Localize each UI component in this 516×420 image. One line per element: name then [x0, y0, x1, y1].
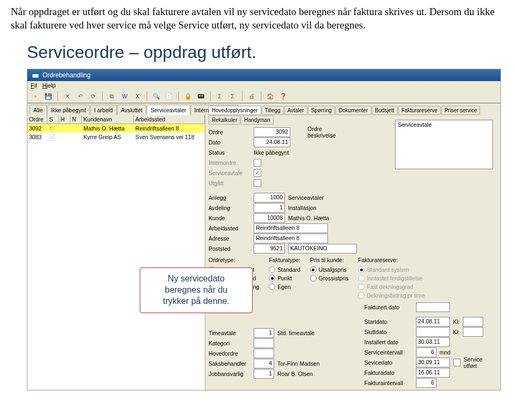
jobbansvarlig-field[interactable]: 1: [254, 369, 274, 379]
start-kl-field[interactable]: [463, 317, 483, 327]
col-h[interactable]: H: [59, 115, 70, 124]
beskr-label: Ordre beskrivelse: [307, 126, 340, 139]
dato-field[interactable]: 24.08.11: [254, 137, 290, 147]
folder-icon: 📁: [47, 125, 59, 133]
refresh-icon[interactable]: ⟳: [88, 91, 98, 101]
radio-utsalg[interactable]: [310, 266, 317, 273]
avdeling-field[interactable]: 1: [254, 203, 285, 213]
home-icon[interactable]: 🏠: [266, 91, 275, 101]
sluttdato-field[interactable]: [416, 327, 450, 337]
timeavtale-field[interactable]: 1: [254, 328, 274, 338]
startdato-field[interactable]: 24.08.11: [416, 317, 450, 327]
servicedato-field[interactable]: 30.09.11: [416, 358, 450, 367]
rtab-budsjett[interactable]: Budsjett: [372, 106, 398, 115]
find-icon[interactable]: 🔍: [152, 91, 161, 101]
sum-icon[interactable]: Σ: [215, 91, 225, 101]
tab-arbeid[interactable]: I arbeid: [90, 105, 117, 115]
adresse-field[interactable]: Reindriftsalleen 8: [254, 234, 328, 243]
rtab-priser[interactable]: Priser service: [441, 106, 481, 115]
menu-hjelp[interactable]: Hjelp: [42, 82, 56, 89]
undo-icon[interactable]: ↶: [75, 91, 85, 101]
intern-checkbox[interactable]: [254, 159, 261, 166]
new-icon[interactable]: ▫: [31, 91, 40, 101]
anlegg-field[interactable]: 1000: [254, 193, 285, 202]
help-icon[interactable]: ❓: [278, 91, 288, 101]
app-window: Ordrebehandling Fil Hjelp ▫ 💾 ✕ ↶ ⟳ ⧉ W …: [27, 69, 501, 390]
svg-rect-1: [32, 73, 39, 74]
lock-icon[interactable]: 🔒: [183, 91, 193, 101]
fakturaintervall-field[interactable]: 6: [416, 378, 436, 388]
service-utfort-checkbox[interactable]: [453, 359, 461, 366]
fakturadato-field[interactable]: 16.06.11: [416, 368, 450, 378]
serviceintervall-field[interactable]: 6: [416, 347, 436, 357]
titlebar: Ordrebehandling: [27, 69, 500, 81]
radio-standard[interactable]: [269, 266, 275, 273]
col-s[interactable]: S: [47, 115, 59, 124]
installert-field[interactable]: 30.03.11: [416, 337, 450, 347]
pris-group: Pris til kunde: Utsalgspris Grossistpris: [310, 257, 348, 300]
ordre-field[interactable]: 3092: [254, 127, 290, 137]
radio-egen[interactable]: [269, 284, 275, 290]
status-value: Ikke påbegynt: [254, 149, 289, 156]
postnr-field[interactable]: 9521: [254, 244, 285, 254]
menu-fil[interactable]: Fil: [31, 82, 37, 89]
callout-box: Ny servicedato beregnes når du trykker p…: [140, 267, 253, 313]
col-arb[interactable]: Arbeidssted: [134, 115, 205, 124]
left-tabs: Alle Ikke påbegynt I arbeid Avsluttet Se…: [27, 104, 205, 115]
arbeidssted-field[interactable]: Reindriftsalleen 8: [254, 223, 328, 233]
calc-icon[interactable]: 📟: [196, 91, 206, 101]
kunde-field[interactable]: 10008: [254, 213, 285, 223]
radio-grossist[interactable]: [310, 275, 317, 281]
save-icon[interactable]: 💾: [44, 91, 53, 101]
intern-label: Internordre: [209, 160, 250, 166]
right-panel: Hovedopplysninger Tillegg Avtaler Spørri…: [205, 104, 500, 390]
fakturert-field[interactable]: [416, 302, 450, 312]
window-title: Ordrebehandling: [42, 71, 90, 79]
rtab-hoved[interactable]: Hovedopplysninger: [209, 106, 261, 115]
rtab-tillegg[interactable]: Tillegg: [262, 106, 284, 115]
serviceavtale-label: Serviceavtale: [209, 170, 250, 176]
copy-icon[interactable]: ⧉: [107, 91, 117, 101]
rtab-rekalk[interactable]: Rekalkuler: [209, 115, 240, 125]
slutt-kl-field[interactable]: [463, 327, 483, 337]
toolbar: ▫ 💾 ✕ ↶ ⟳ ⧉ W X 🔍 📄 🔒 📟 Σ Σ 🖨 🏠 ❓: [27, 90, 500, 103]
radio-fast: [358, 284, 364, 290]
radio-dekning: [358, 292, 364, 299]
dato-label: Dato: [209, 139, 250, 146]
col-kunde[interactable]: Kundenavn: [82, 115, 133, 124]
rtab-handy[interactable]: Handyman: [241, 115, 273, 125]
saksbehandler-field[interactable]: 4: [254, 359, 274, 368]
radio-stdsys: [358, 266, 364, 273]
doc-icon[interactable]: 📄: [164, 91, 174, 101]
radio-punkt[interactable]: [269, 275, 275, 281]
tab-service[interactable]: Serviceavtaler: [147, 105, 190, 115]
rtab-spor[interactable]: Spørring: [308, 106, 335, 115]
hovedordre-field[interactable]: [254, 349, 274, 358]
ordre-label: Ordre: [209, 129, 250, 135]
tab-alle[interactable]: Alle: [30, 105, 47, 115]
sum2-icon[interactable]: Σ: [228, 91, 238, 101]
tab-avsluttet[interactable]: Avsluttet: [117, 105, 146, 115]
kategori-field[interactable]: [254, 338, 274, 348]
rtab-avtaler[interactable]: Avtaler: [284, 106, 307, 115]
left-panel: Alle Ikke påbegynt I arbeid Avsluttet Se…: [27, 104, 205, 390]
excel-icon[interactable]: X: [133, 91, 142, 101]
table-row[interactable]: 3083 📄 Kyrre Greip AS Sven Svensens vei …: [27, 133, 205, 141]
table-row[interactable]: 3092 📁 Mathis O. Hætta Reindriftsalleen …: [27, 124, 205, 133]
col-ordre[interactable]: Ordre: [27, 115, 47, 124]
word-icon[interactable]: W: [120, 91, 130, 101]
delete-icon[interactable]: ✕: [62, 91, 72, 101]
col-n[interactable]: N: [70, 115, 82, 124]
utgatt-checkbox[interactable]: [254, 179, 261, 187]
menubar: Fil Hjelp: [27, 81, 500, 90]
fakturatype-group: Fakturatype: Standard Punkt Egen: [269, 257, 300, 300]
status-label: Status: [209, 149, 250, 156]
print-icon[interactable]: 🖨: [247, 91, 256, 101]
radio-inntastet: [358, 275, 364, 281]
beskrivelse-textarea[interactable]: Serviceavtale: [395, 120, 493, 169]
serviceavtale-checkbox[interactable]: ✓: [254, 169, 261, 177]
tab-ikke[interactable]: Ikke påbegynt: [47, 105, 90, 115]
rtab-faktres[interactable]: Fakturareserve: [398, 106, 441, 115]
poststed-field[interactable]: KAUTOKEINO: [288, 244, 357, 254]
rtab-dok[interactable]: Dokumenter: [335, 106, 371, 115]
